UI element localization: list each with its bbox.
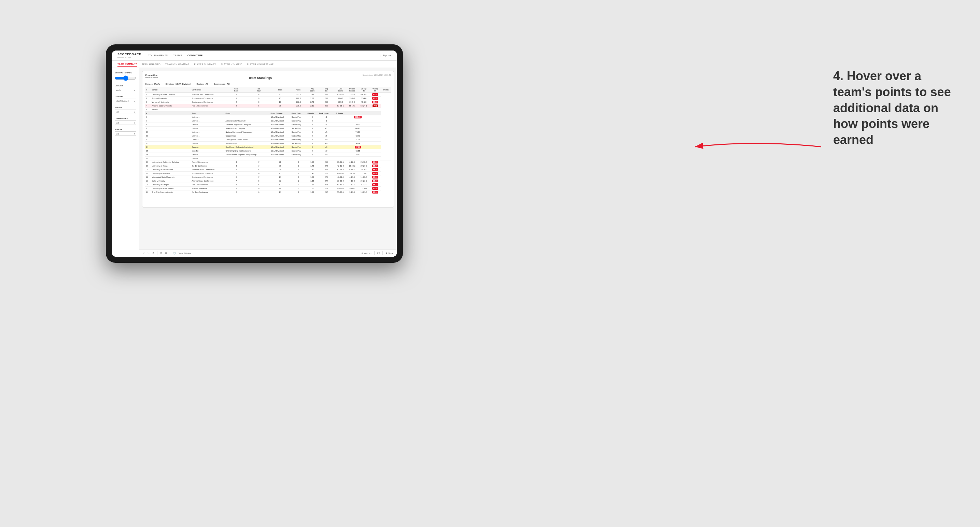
toolbar-separator-3 [374, 251, 375, 255]
sub-nav-team-summary[interactable]: TEAM SUMMARY [118, 62, 137, 67]
min-rounds-slider[interactable] [115, 75, 136, 81]
nav-committee[interactable]: COMMITTEE [188, 54, 203, 57]
sub-nav-team-h2h-heatmap[interactable]: TEAM H2H HEATMAP [165, 62, 189, 66]
table-row: 21 University of Alabama Southeastern Co… [145, 172, 391, 175]
watch-arrow: ▾ [371, 252, 372, 254]
points-badge[interactable]: 88.48 [372, 172, 379, 175]
committee-portal-block: Committee Portal Review [145, 74, 158, 78]
conference-select[interactable]: (All) [115, 121, 136, 125]
sidebar: Minimum Rounds Gender Men's Women's ▼ Di… [112, 68, 139, 257]
points-badge-active[interactable]: 79.5 [372, 105, 378, 107]
points-badge[interactable]: 88.49 [372, 168, 379, 171]
points-badge[interactable]: 83.41 [372, 176, 379, 178]
tablet-shell: SCOREBOARD Powered by clippi TOURNAMENTS… [106, 44, 403, 263]
points-badge[interactable]: 97.88 [355, 146, 361, 148]
redo-icon[interactable]: ↪ [148, 252, 150, 255]
col-overall: OverallRecord [346, 87, 358, 93]
gender-select[interactable]: Men's Women's [115, 88, 136, 92]
points-badge[interactable]: 88.07 [372, 161, 379, 163]
sidebar-label-conference: Conference [115, 117, 136, 119]
filter-conference: Conference: All [214, 83, 230, 85]
red-arrow [685, 133, 828, 160]
table-row: 5 Texas T... [145, 108, 391, 112]
table-row: 15 East Tei OFCC Fighting Illini Invitat… [145, 149, 391, 153]
bottom-toolbar: ↩ ↪ ↺ ⊞ ⚙ 🕐 View: Original 👁 Watch [139, 249, 397, 257]
report-card: Committee Portal Review Team Standings U… [142, 71, 394, 208]
filter-division: Division: NCAA Division I [165, 83, 191, 85]
logo-area: SCOREBOARD Powered by clippi [118, 52, 142, 59]
table-row: 19 University of Texas Big 12 Conference… [145, 164, 391, 168]
region-select[interactable]: N/A [115, 110, 136, 114]
report-area: Committee Portal Review Team Standings U… [139, 68, 397, 257]
points-badge[interactable]: 93.31 [372, 97, 379, 100]
points-badge[interactable]: 119.63 [354, 116, 361, 118]
table-row: 7 Univers... Arizona State University NC… [145, 119, 391, 123]
table-row: 22 Mississippi State University Southeas… [145, 175, 391, 179]
sub-nav-player-summary[interactable]: PLAYER SUMMARY [194, 62, 216, 66]
table-row: 10 Univers... National Invitational Tour… [145, 130, 391, 134]
nav-links: TOURNAMENTS TEAMS COMMITTEE [148, 54, 380, 57]
table-row: 17 Univers... [145, 157, 391, 160]
share-button[interactable]: ⬆ Share [385, 252, 393, 254]
watch-button[interactable]: 👁 Watch ▾ [361, 252, 372, 254]
sign-out-link[interactable]: Sign out [382, 54, 391, 57]
clock-icon[interactable]: 🕐 [173, 252, 176, 255]
col-adj-score: AdjScore [306, 87, 318, 93]
points-badge[interactable]: 97.02 [372, 93, 379, 96]
sub-nav: TEAM SUMMARY TEAM H2H GRID TEAM H2H HEAT… [112, 61, 397, 68]
col-wins: Wins [291, 87, 307, 93]
points-badge[interactable]: 88.14 [372, 183, 379, 186]
points-badge[interactable]: 88.70 [372, 165, 379, 167]
undo-icon[interactable]: ↩ [143, 252, 145, 255]
division-select[interactable]: NCAA Division I [115, 98, 136, 103]
committee-label: Committee [145, 74, 158, 76]
settings-icon[interactable]: ⚙ [165, 252, 167, 255]
table-row: 6 Univers... NCAA Division I Stroke Play… [145, 115, 391, 119]
points-badge[interactable]: 83.89 [372, 187, 379, 190]
sub-nav-player-h2h-grid[interactable]: PLAYER H2H GRID [221, 62, 242, 66]
sidebar-gender: Gender Men's Women's ▼ [115, 85, 136, 92]
nav-tournaments[interactable]: TOURNAMENTS [148, 54, 168, 57]
share-icon: ⬆ [385, 252, 387, 254]
view-original-button[interactable]: View: Original [178, 252, 191, 254]
points-badge[interactable]: 88.71 [372, 179, 379, 182]
table-row: 16 Univers... 2023 Sahalee Players Champ… [145, 153, 391, 157]
col-vs25: Vs Top25 [358, 87, 369, 93]
points-badge[interactable]: 90.25 [372, 101, 379, 103]
table-row-georgia: 14 Georgia Ben Hogan Collegiate Invitati… [145, 145, 391, 149]
toolbar-separator-2 [170, 251, 170, 255]
col-points: Points [381, 87, 391, 93]
sidebar-label-school: School [115, 129, 136, 130]
sidebar-division: Division NCAA Division I ▼ [115, 95, 136, 103]
portal-label: Portal Review [145, 76, 158, 78]
refresh-icon[interactable]: ↺ [152, 252, 154, 255]
sidebar-conference: Conference (All) ▼ [115, 117, 136, 125]
table-row: 20 University of New Mexico Mountain Wes… [145, 168, 391, 172]
filter-region: Region: All [197, 83, 208, 85]
nav-teams[interactable]: TEAMS [173, 54, 182, 57]
toolbar-separator [157, 251, 158, 255]
table-row: 3 Vanderbilt University Southeastern Con… [145, 100, 391, 104]
logo-text: SCOREBOARD [118, 52, 142, 56]
table-row: 2 Auburn University Southeastern Confere… [145, 97, 391, 100]
table-row-highlighted: 4 Arizona State University Pac-12 Confer… [145, 104, 391, 108]
table-row: 13 Univers... Williams Cup NCAA Division… [145, 142, 391, 145]
sub-nav-player-h2h-heatmap[interactable]: PLAYER H2H HEATMAP [247, 62, 274, 66]
sub-nav-team-h2h-grid[interactable]: TEAM H2H GRID [142, 62, 161, 66]
points-badge[interactable]: 88.94 [372, 191, 379, 194]
annotation-text: 4. Hover over a team's points to see add… [833, 68, 953, 148]
sidebar-label-gender: Gender [115, 85, 136, 87]
table-row: 9 Univers... Amer An Intercollegiate NCA… [145, 127, 391, 130]
col-school: School [151, 87, 191, 93]
chat-button[interactable]: 💬 [377, 252, 380, 254]
main-content: Minimum Rounds Gender Men's Women's ▼ Di… [112, 68, 397, 257]
filter-gender: Gender: Men's [145, 83, 160, 85]
table-row: 12 Florida I The Cypress Point Classic N… [145, 138, 391, 142]
copy-icon[interactable]: ⊞ [160, 252, 162, 255]
school-select[interactable]: (All) [115, 132, 136, 136]
chat-icon: 💬 [377, 252, 380, 254]
table-row-tooltip-header: # Team Event Event Division Event Type R… [145, 112, 391, 115]
filters-row: Gender: Men's Division: NCAA Division I … [145, 83, 391, 85]
sidebar-region: Region N/A ▼ [115, 106, 136, 114]
report-header: Committee Portal Review Team Standings U… [145, 74, 391, 80]
